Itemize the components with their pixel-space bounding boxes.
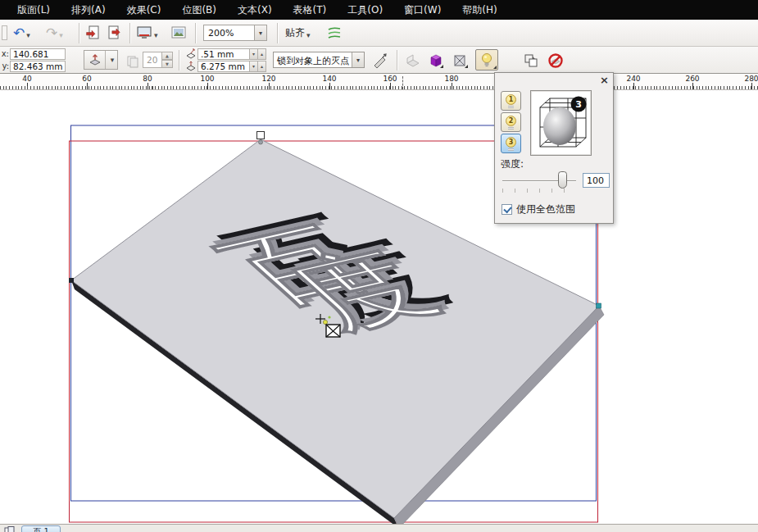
vp-y-up-icon[interactable]: ▴ xyxy=(258,61,266,72)
fullscreen-preview-button[interactable] xyxy=(170,20,187,46)
application-launcher-icon xyxy=(136,25,152,41)
intensity-slider-thumb[interactable] xyxy=(558,171,567,189)
extrude-preset-caret-icon[interactable] xyxy=(105,51,117,69)
snap-caret-icon[interactable] xyxy=(305,25,311,41)
options-button[interactable] xyxy=(326,20,343,46)
import-icon xyxy=(85,25,102,41)
vp-x-up-icon[interactable]: ▴ xyxy=(258,48,266,60)
menu-item[interactable]: 位图(B) xyxy=(171,0,227,20)
preview-sphere xyxy=(543,107,576,145)
light-source-button[interactable]: 2 xyxy=(501,112,521,132)
page-settings-button-disabled xyxy=(403,51,423,70)
separator xyxy=(129,23,130,43)
depth-down-icon: ▼ xyxy=(162,60,173,68)
vp-mode-caret-icon[interactable] xyxy=(352,52,364,67)
extrude-rotation-icon xyxy=(372,52,388,69)
clipped-toolbar-icon xyxy=(2,20,7,46)
menu-item[interactable]: 排列(A) xyxy=(61,0,116,20)
menu-item[interactable]: 效果(C) xyxy=(116,0,172,20)
left-corner-handle[interactable] xyxy=(69,278,74,283)
standard-toolbar: ↶ ↷ 200% xyxy=(0,20,758,47)
light-source-button[interactable]: 3 xyxy=(501,134,521,153)
menu-item[interactable]: 工具(O) xyxy=(337,0,393,20)
undo-caret-icon[interactable] xyxy=(25,25,30,41)
page-flip-icon[interactable] xyxy=(4,526,16,532)
zoom-level-combobox[interactable]: 200% xyxy=(203,20,267,46)
right-corner-handle[interactable] xyxy=(597,303,601,308)
export-button[interactable] xyxy=(107,20,123,46)
vanishing-point-y-field[interactable]: 6.275 mm xyxy=(197,61,250,72)
menu-item[interactable]: 窗口(W) xyxy=(393,0,452,20)
bulb-base-icon xyxy=(508,106,514,108)
copy-extrude-properties-button[interactable] xyxy=(521,51,541,70)
preview-light-badge[interactable]: 3 xyxy=(571,97,587,112)
vanishing-point-y-icon xyxy=(185,61,197,71)
light-source-button[interactable]: 1 xyxy=(501,91,521,111)
clear-extrude-button[interactable] xyxy=(546,51,565,70)
lighting-bulb-icon xyxy=(480,52,493,67)
copy-properties-icon xyxy=(523,52,539,69)
page-tab[interactable]: 页 1 xyxy=(21,525,61,532)
separator xyxy=(397,50,397,70)
extrude-preset-icon[interactable] xyxy=(84,51,105,69)
zoom-level-value[interactable]: 200% xyxy=(204,25,254,40)
light-bulb-icon: 3 xyxy=(506,137,516,148)
bulb-base-icon xyxy=(508,148,514,151)
full-color-range-checkbox[interactable] xyxy=(502,204,512,215)
separator xyxy=(179,50,179,70)
extrusion-color-button[interactable] xyxy=(426,51,446,70)
menu-item[interactable]: 版面(L) xyxy=(7,0,61,20)
menu-item[interactable]: 帮助(H) xyxy=(452,0,507,20)
horizontal-ruler: 40 60 80 100 120 140 160 180 240 260 280 xyxy=(0,74,758,90)
separator xyxy=(195,23,196,43)
light-bulb-icon: 2 xyxy=(506,116,516,126)
y-position-label: y: xyxy=(1,61,10,70)
extrude-rotation-button[interactable] xyxy=(370,51,390,70)
extrusion-lighting-button[interactable] xyxy=(475,49,498,70)
x-position-field[interactable]: 140.681 mm xyxy=(10,48,66,60)
lighting-preview-box[interactable]: 3 xyxy=(530,90,592,156)
depth-up-icon: ▲ xyxy=(162,52,173,60)
vp-x-down-icon[interactable]: ▾ xyxy=(250,48,258,60)
snap-to-label[interactable]: 贴齐 xyxy=(285,26,305,40)
menu-item[interactable]: 表格(T) xyxy=(283,0,338,20)
export-icon xyxy=(107,25,123,41)
light-bulb-icon: 1 xyxy=(506,94,516,105)
zoom-caret-icon[interactable] xyxy=(254,25,266,40)
fullscreen-preview-icon xyxy=(170,25,187,41)
vanishing-point-x-field[interactable]: .51 mm xyxy=(197,48,250,60)
x-position-label: x: xyxy=(1,49,10,58)
menu-bar: 版面(L)排列(A)效果(C)位图(B)文本(X)表格(T)工具(O)窗口(W)… xyxy=(0,0,758,20)
application-launcher-button[interactable] xyxy=(136,20,158,46)
ruler-position-marker xyxy=(402,76,403,89)
undo-button[interactable]: ↶ xyxy=(13,20,30,46)
separator xyxy=(79,23,79,43)
page-navigation-bar: 页 1 xyxy=(0,524,758,532)
full-color-range-label: 使用全色范围 xyxy=(516,202,575,216)
separator xyxy=(277,23,278,43)
panel-close-button[interactable]: × xyxy=(600,75,609,86)
intensity-slider-ticks xyxy=(502,189,576,193)
extrude-depth-spinner: 20 ▲▼ xyxy=(143,52,173,68)
extrude-lighting-panel: × 1 2 3 xyxy=(494,72,614,224)
import-button[interactable] xyxy=(85,20,102,46)
clear-extrude-icon xyxy=(547,52,564,69)
launcher-caret-icon[interactable] xyxy=(152,25,158,41)
menu-item[interactable]: 文本(X) xyxy=(227,0,283,20)
intensity-value-input[interactable] xyxy=(583,173,610,188)
redo-button[interactable]: ↷ xyxy=(46,20,63,46)
intensity-label: 强度: xyxy=(501,157,524,171)
redo-icon: ↷ xyxy=(46,26,57,40)
bevel-button[interactable] xyxy=(451,51,470,70)
drawing-scene: 百 度 百 度 百 度 xyxy=(0,90,758,524)
extrude-preset-button[interactable] xyxy=(84,50,118,70)
vp-y-down-icon[interactable]: ▾ xyxy=(250,61,258,72)
drawing-canvas[interactable]: 百 度 百 度 百 度 xyxy=(0,90,758,524)
bevel-icon xyxy=(452,52,469,69)
y-position-field[interactable]: 82.463 mm xyxy=(10,61,66,72)
undo-icon: ↶ xyxy=(13,26,25,40)
snap-to-dropdown[interactable]: 贴齐 xyxy=(285,20,311,46)
vanishing-point-mode-value[interactable]: 锁到对象上的灭点 xyxy=(274,52,352,67)
vanishing-point-mode-dropdown[interactable]: 锁到对象上的灭点 xyxy=(273,52,365,68)
bulb-base-icon xyxy=(508,127,514,130)
